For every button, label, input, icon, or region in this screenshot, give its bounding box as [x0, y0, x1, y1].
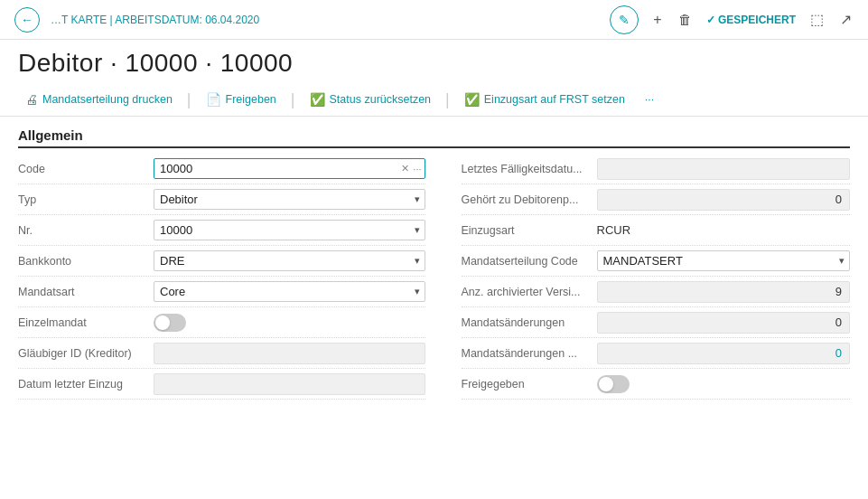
mandatserteilung-field-wrapper: MANDATSERT ▾: [597, 250, 851, 271]
print-icon: 🖨: [25, 92, 38, 107]
archiviert-row: Anz. archivierter Versi... 9: [462, 277, 851, 307]
back-icon: ←: [21, 13, 33, 27]
separator-2: |: [291, 90, 295, 109]
fullscreen-button[interactable]: ↗: [838, 9, 854, 30]
typ-select[interactable]: Debitor: [154, 189, 425, 210]
edit-icon: ✎: [619, 13, 630, 27]
datum-label: Datum letzter Einzug: [18, 378, 154, 391]
top-nav: ← …T KARTE | ARBEITSDATUM: 06.04.2020 ✎ …: [0, 0, 868, 40]
set-frst-button[interactable]: ✅ Einzugsart auf FRST setzen: [457, 89, 632, 110]
mandatsaenderungen-field-wrapper: 0: [597, 312, 851, 334]
archiviert-field-wrapper: 9: [597, 281, 851, 303]
nr-label: Nr.: [18, 224, 154, 237]
bankkonto-field-wrapper: DRE ▾: [154, 250, 425, 271]
code-input-icons: ✕ ···: [401, 163, 421, 174]
mandatsaenderungen2-field-wrapper: 0: [597, 343, 851, 364]
reset-status-button[interactable]: ✅ Status zurücksetzen: [303, 89, 439, 110]
faelligkeit-field-wrapper: [597, 158, 851, 180]
faelligkeit-row: Letztes Fälligkeitsdatu...: [462, 154, 851, 184]
nav-actions: ✎ + 🗑 ✓ GESPEICHERT ⬚ ↗: [610, 5, 854, 34]
bankkonto-label: Bankkonto: [18, 255, 154, 268]
typ-field-wrapper: Debitor ▾: [154, 189, 425, 210]
section-allgemein: Allgemein Code ✕ ··· Typ: [0, 117, 868, 400]
right-column: Letztes Fälligkeitsdatu... Gehört zu Deb…: [434, 154, 851, 400]
mandatserteilung-label: Mandatserteilung Code: [462, 255, 597, 268]
mandatsart-field-wrapper: Core ▾: [154, 281, 425, 302]
expand-button[interactable]: ⬚: [808, 9, 826, 30]
page-title: Debitor · 10000 · 10000: [18, 49, 850, 78]
reset-icon: ✅: [310, 92, 325, 107]
edit-button[interactable]: ✎: [610, 5, 639, 34]
mandatserteilung-select[interactable]: MANDATSERT: [597, 250, 851, 271]
freigegeben-toggle-wrapper: [597, 375, 851, 393]
freigeben-button[interactable]: 📄 Freigeben: [199, 89, 284, 110]
einzelmandat-label: Einzelmandat: [18, 316, 154, 329]
more-actions-button[interactable]: ···: [638, 89, 661, 109]
glaeubiger-label: Gläubiger ID (Kreditor): [18, 347, 154, 360]
glaeubiger-field-wrapper: [154, 343, 425, 364]
freigegeben-toggle[interactable]: [597, 375, 630, 393]
code-more-icon[interactable]: ···: [413, 164, 421, 174]
back-button[interactable]: ←: [14, 7, 40, 33]
archiviert-label: Anz. archivierter Versi...: [462, 286, 597, 298]
mandatsaenderungen-field: 0: [597, 312, 851, 334]
einzelmandat-toggle[interactable]: [154, 314, 186, 332]
debitoren-field-wrapper: 0: [597, 189, 851, 211]
set-frst-label: Einzugsart auf FRST setzen: [484, 93, 625, 106]
debitoren-label: Gehört zu Debitorenp...: [462, 193, 597, 206]
saved-label: ✓ GESPEICHERT: [706, 14, 796, 26]
faelligkeit-label: Letztes Fälligkeitsdatu...: [462, 163, 597, 175]
mandatsaenderungen2-field: 0: [597, 343, 851, 364]
code-row: Code ✕ ···: [18, 154, 425, 184]
code-field-wrapper: ✕ ···: [154, 158, 425, 179]
mandatsaenderungen-label: Mandatsänderungen: [462, 316, 597, 329]
nr-row: Nr. 10000 ▾: [18, 215, 425, 246]
freigegeben-toggle-knob: [599, 377, 613, 391]
einzugsart-field-wrapper: RCUR: [597, 223, 851, 237]
einzelmandat-toggle-wrapper: [154, 314, 425, 332]
add-button[interactable]: +: [651, 10, 663, 30]
einzelmandat-row: Einzelmandat: [18, 307, 425, 338]
delete-button[interactable]: 🗑: [677, 10, 694, 29]
datum-field: [154, 373, 425, 395]
form-grid: Code ✕ ··· Typ Debitor: [18, 154, 850, 400]
glaeubiger-row: Gläubiger ID (Kreditor): [18, 338, 425, 369]
mandatsart-select[interactable]: Core: [154, 281, 425, 302]
separator-1: |: [187, 90, 191, 109]
nr-field-wrapper: 10000 ▾: [154, 220, 425, 240]
mandatsaenderungen-row: Mandatsänderungen 0: [462, 307, 851, 338]
typ-label: Typ: [18, 193, 154, 206]
section-title: Allgemein: [18, 127, 850, 148]
mandatsaenderungen2-row: Mandatsänderungen ... 0: [462, 338, 851, 369]
debitoren-field: 0: [597, 189, 851, 211]
freigeben-label: Freigeben: [226, 93, 276, 106]
freigeben-icon: 📄: [206, 92, 221, 107]
frst-icon: ✅: [464, 92, 480, 107]
einzugsart-value: RCUR: [597, 223, 631, 237]
datum-field-wrapper: [154, 373, 425, 395]
breadcrumb: …T KARTE | ARBEITSDATUM: 06.04.2020: [51, 14, 259, 26]
print-mandate-button[interactable]: 🖨 Mandatserteilung drucken: [18, 89, 180, 110]
einzugsart-label: Einzugsart: [462, 224, 597, 237]
left-column: Code ✕ ··· Typ Debitor: [18, 154, 434, 400]
mandatsart-row: Mandatsart Core ▾: [18, 277, 425, 307]
nr-select[interactable]: 10000: [154, 220, 425, 240]
action-bar: 🖨 Mandatserteilung drucken | 📄 Freigeben…: [0, 83, 868, 117]
freigegeben-label: Freigegeben: [462, 378, 597, 391]
glaeubiger-field: [154, 343, 425, 364]
archiviert-field: 9: [597, 281, 851, 303]
separator-3: |: [445, 90, 450, 109]
datum-row: Datum letzter Einzug: [18, 369, 425, 400]
faelligkeit-field: [597, 158, 851, 180]
einzelmandat-toggle-knob: [155, 315, 170, 330]
mandatserteilung-row: Mandatserteilung Code MANDATSERT ▾: [462, 246, 851, 277]
code-clear-icon[interactable]: ✕: [401, 163, 409, 174]
typ-row: Typ Debitor ▾: [18, 184, 425, 215]
reset-status-label: Status zurücksetzen: [330, 93, 432, 106]
page-header: Debitor · 10000 · 10000: [0, 40, 868, 83]
bankkonto-select[interactable]: DRE: [154, 250, 425, 271]
debitoren-row: Gehört zu Debitorenp... 0: [462, 184, 851, 215]
einzugsart-row: Einzugsart RCUR: [462, 215, 851, 246]
mandatsart-label: Mandatsart: [18, 286, 154, 298]
code-input[interactable]: [154, 158, 425, 179]
